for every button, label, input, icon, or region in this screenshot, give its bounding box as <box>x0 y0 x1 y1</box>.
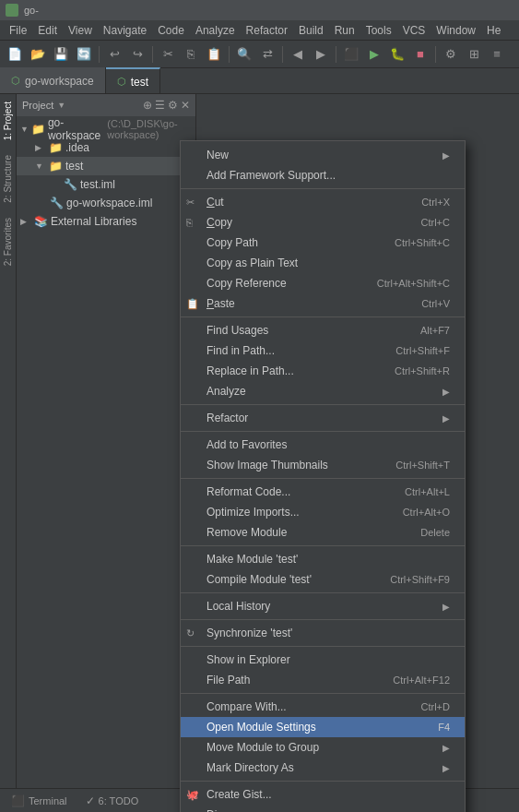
panel-settings-icon[interactable]: ⚙ <box>168 99 178 112</box>
tree-item-test[interactable]: ▼ 📁 test <box>17 157 195 175</box>
menu-file[interactable]: File <box>4 22 32 39</box>
menu-bar: File Edit View Navigate Code Analyze Ref… <box>0 20 519 41</box>
ctx-local-history[interactable]: Local History ▶ <box>181 596 465 616</box>
ctx-show-thumbnails[interactable]: Show Image Thumbnails Ctrl+Shift+T <box>181 455 465 475</box>
app-icon <box>6 4 18 17</box>
ctx-refactor[interactable]: Refactor ▶ <box>181 408 465 428</box>
menu-tools[interactable]: Tools <box>360 22 397 39</box>
ctx-local-history-arrow: ▶ <box>442 602 450 612</box>
toolbar-redo-btn[interactable]: ↪ <box>126 43 148 66</box>
main-area: 1: Project 2: Structure 2: Favorites Pro… <box>0 94 519 788</box>
tree-item-idea[interactable]: ▶ 📁 .idea <box>17 138 195 157</box>
toolbar-cut-btn[interactable]: ✂ <box>157 43 179 66</box>
toolbar-extra-btn[interactable]: ≡ <box>486 43 508 66</box>
ctx-reformat[interactable]: Reformat Code... Ctrl+Alt+L <box>181 482 465 502</box>
ctx-move-module-arrow: ▶ <box>442 743 450 753</box>
toolbar-stop-btn[interactable]: ■ <box>409 43 431 66</box>
menu-navigate[interactable]: Navigate <box>98 22 152 39</box>
toolbar-search-btn[interactable]: 🔍 <box>233 43 255 66</box>
tree-label-go-workspace-iml: go-workspace.iml <box>66 197 152 209</box>
menu-refactor[interactable]: Refactor <box>241 22 293 39</box>
toolbar-breakpoint-btn[interactable]: ⬛ <box>340 43 362 66</box>
ctx-paste[interactable]: 📋 Paste Ctrl+V <box>181 293 465 314</box>
ctx-diagrams-label: Diagrams <box>206 808 254 812</box>
side-tab-structure[interactable]: 2: Structure <box>0 148 16 210</box>
ctx-cut-label: Cut <box>206 196 224 209</box>
toolbar-settings-btn[interactable]: ⚙ <box>440 43 462 66</box>
side-tab-favorites[interactable]: 2: Favorites <box>0 210 16 273</box>
ctx-compile-module[interactable]: Compile Module 'test' Ctrl+Shift+F9 <box>181 569 465 590</box>
ctx-sep-11 <box>181 781 465 782</box>
menu-build[interactable]: Build <box>293 22 329 39</box>
menu-edit[interactable]: Edit <box>32 22 63 39</box>
ctx-mark-directory[interactable]: Mark Directory As ▶ <box>181 758 465 778</box>
ctx-compare-with-shortcut: Ctrl+D <box>421 701 450 712</box>
menu-help[interactable]: He <box>481 22 506 39</box>
tab-test[interactable]: ⬡ test <box>106 67 160 93</box>
ctx-optimize-imports[interactable]: Optimize Imports... Ctrl+Alt+O <box>181 502 465 522</box>
ctx-remove-module[interactable]: Remove Module Delete <box>181 522 465 543</box>
ctx-copy-ref[interactable]: Copy Reference Ctrl+Alt+Shift+C <box>181 273 465 293</box>
ctx-add-favorites[interactable]: Add to Favorites <box>181 435 465 455</box>
ctx-move-module[interactable]: Move Module to Group ▶ <box>181 737 465 758</box>
toolbar-open-btn[interactable]: 📂 <box>27 43 49 66</box>
status-todo[interactable]: ✓ 6: TODO <box>80 793 145 809</box>
toolbar-run-btn[interactable]: ▶ <box>363 43 385 66</box>
tree-item-test-iml[interactable]: 🔧 test.iml <box>17 175 195 194</box>
panel-collapse-icon[interactable]: ⊕ <box>143 99 152 112</box>
toolbar-forward-btn[interactable]: ▶ <box>310 43 332 66</box>
toolbar-save-btn[interactable]: 💾 <box>50 43 72 66</box>
ctx-synchronize[interactable]: ↻ Synchronize 'test' <box>181 623 465 643</box>
copy-icon: ⎘ <box>186 217 193 228</box>
side-tab-project[interactable]: 1: Project <box>0 94 16 148</box>
panel-dropdown-icon[interactable]: ▼ <box>57 101 65 110</box>
toolbar-paste-btn[interactable]: 📋 <box>203 43 225 66</box>
toolbar-grid-btn[interactable]: ⊞ <box>463 43 485 66</box>
ctx-replace-in-path[interactable]: Replace in Path... Ctrl+Shift+R <box>181 361 465 381</box>
ctx-compare-with[interactable]: Compare With... Ctrl+D <box>181 697 465 717</box>
menu-view[interactable]: View <box>63 22 98 39</box>
ctx-copy-plain[interactable]: Copy as Plain Text <box>181 253 465 273</box>
tree-item-go-workspace[interactable]: ▼ 📁 go-workspace (C:\D_DISK\go-workspace… <box>17 120 195 138</box>
ctx-cut-shortcut: Ctrl+X <box>421 197 450 208</box>
toolbar-new-btn[interactable]: 📄 <box>4 43 26 66</box>
ctx-open-module-settings[interactable]: Open Module Settings F4 <box>181 717 465 737</box>
status-terminal[interactable]: ⬛ Terminal <box>6 793 73 809</box>
ctx-find-usages[interactable]: Find Usages Alt+F7 <box>181 320 465 340</box>
tree-item-external-libraries[interactable]: ▶ 📚 External Libraries <box>17 212 195 231</box>
menu-code[interactable]: Code <box>152 22 190 39</box>
panel-filter-icon[interactable]: ☰ <box>155 99 165 112</box>
ctx-make-module[interactable]: Make Module 'test' <box>181 549 465 569</box>
ctx-copy-path[interactable]: Copy Path Ctrl+Shift+C <box>181 233 465 253</box>
ctx-analyze[interactable]: Analyze ▶ <box>181 381 465 401</box>
sync-icon: ↻ <box>186 627 195 639</box>
tree-label-external-libraries: External Libraries <box>51 215 136 228</box>
ctx-show-explorer[interactable]: Show in Explorer <box>181 650 465 670</box>
toolbar-copy-btn[interactable]: ⎘ <box>180 43 202 66</box>
panel-close-icon[interactable]: ✕ <box>181 99 190 112</box>
toolbar-replace-btn[interactable]: ⇄ <box>256 43 278 66</box>
ctx-new[interactable]: New ▶ <box>181 145 465 165</box>
menu-analyze[interactable]: Analyze <box>190 22 241 39</box>
ctx-add-framework[interactable]: Add Framework Support... <box>181 165 465 185</box>
menu-vcs[interactable]: VCS <box>397 22 431 39</box>
project-tree: ▼ 📁 go-workspace (C:\D_DISK\go-workspace… <box>17 116 195 788</box>
tree-path-go-workspace: (C:\D_DISK\go-workspace) <box>107 118 192 140</box>
menu-run[interactable]: Run <box>329 22 360 39</box>
ctx-create-gist[interactable]: 🐙 Create Gist... <box>181 784 465 805</box>
toolbar-debug-btn[interactable]: 🐛 <box>386 43 408 66</box>
tab-go-workspace[interactable]: ⬡ go-workspace <box>0 67 106 93</box>
ctx-remove-module-shortcut: Delete <box>420 527 450 538</box>
toolbar-back-btn[interactable]: ◀ <box>287 43 309 66</box>
ctx-cut[interactable]: ✂ Cut Ctrl+X <box>181 192 465 212</box>
ctx-analyze-arrow: ▶ <box>442 387 450 397</box>
tree-item-go-workspace-iml[interactable]: 🔧 go-workspace.iml <box>17 194 195 212</box>
ctx-file-path[interactable]: File Path Ctrl+Alt+F12 <box>181 670 465 690</box>
panel-header-icons: ⊕ ☰ ⚙ ✕ <box>143 99 190 112</box>
toolbar-undo-btn[interactable]: ↩ <box>103 43 125 66</box>
toolbar-refresh-btn[interactable]: 🔄 <box>73 43 95 66</box>
menu-window[interactable]: Window <box>431 22 481 39</box>
ctx-copy[interactable]: ⎘ Copy Ctrl+C <box>181 212 465 233</box>
ctx-find-in-path[interactable]: Find in Path... Ctrl+Shift+F <box>181 340 465 361</box>
ctx-diagrams[interactable]: Diagrams ▶ <box>181 805 465 812</box>
